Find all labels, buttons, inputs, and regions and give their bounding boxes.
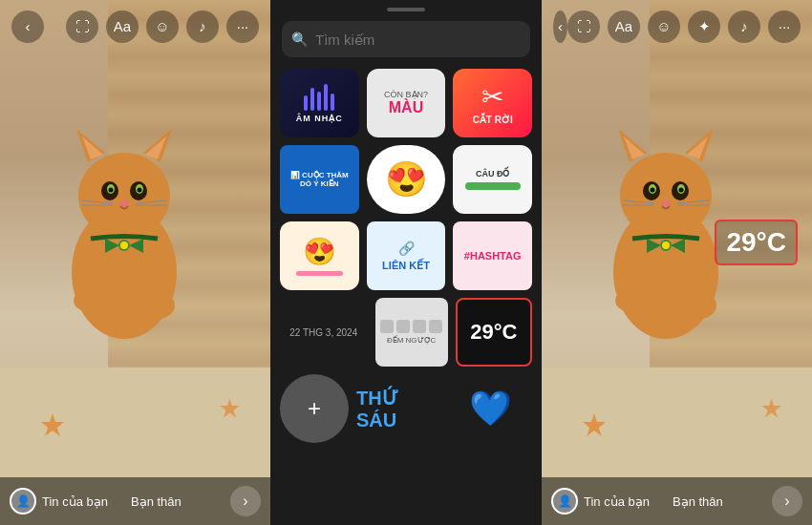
sticker-row-3: 😍 🔗 LIÊN KẾT #HASHTAG [280,221,532,290]
share-button-right[interactable]: › [772,486,802,516]
text-button-right[interactable]: Aa [608,10,640,43]
svg-point-36 [679,188,684,193]
heart-icon: 💙 [469,388,512,429]
svg-marker-49 [762,399,781,418]
svg-point-10 [109,188,114,193]
svg-point-47 [662,242,670,249]
back-button-right[interactable]: ‹ [553,10,567,43]
svg-point-45 [615,289,650,312]
search-icon: 🔍 [291,32,308,47]
left-bottom-bar: 👤 Tin của bạn Bạn thân › [0,477,270,525]
sticker-emoji[interactable]: 😍 [367,145,446,214]
avatar-right: 👤 [551,488,578,514]
svg-point-21 [140,292,175,319]
audience-label-left: Tin của bạn [42,494,108,509]
bar-5 [331,94,334,111]
sticker-button-left[interactable]: ☺ [146,10,179,43]
add-icon: + [308,395,321,422]
sticker-caudo[interactable]: CÂU ĐỐ [453,145,532,214]
search-input[interactable] [315,32,521,48]
more-button-right[interactable]: ··· [768,10,801,43]
music-button-right[interactable]: ♪ [728,10,760,43]
answer-bar [465,182,521,190]
demnguoc-label: ĐẾM NGƯỢC [387,336,436,345]
scissors-icon: ✂ [481,81,503,113]
music-button-left[interactable]: ♪ [186,10,219,43]
hashtag-label: #HASHTAG [464,250,522,262]
bar-4 [324,84,328,111]
sticker-row-5: + THỨ SÁU 💙 [280,374,532,443]
temperature-sticker[interactable]: 29°C [715,220,798,265]
sparkle-button-right[interactable]: ✦ [688,10,720,43]
date-text: 22 THG 3, 2024 [289,327,357,338]
sticker-row-2: 📊 CUỘC THĂM DÒ Ý KIẾN 😍 CÂU ĐỐ [280,145,532,214]
sticker-catroi[interactable]: ✂ CẮT RỜI [453,69,532,137]
block-3 [413,320,426,333]
block-4 [429,320,442,333]
link-icon: 🔗 [398,241,415,256]
block-1 [380,320,394,333]
block-2 [396,320,410,333]
svg-marker-23 [41,413,64,436]
more-button-left[interactable]: ··· [226,10,259,43]
bar-2 [310,88,314,111]
toolbar-center-left: ⛶ Aa ☺ ♪ ··· [66,10,259,43]
svg-point-35 [651,188,655,193]
drag-handle[interactable] [387,8,425,11]
back-button-left[interactable]: ‹ [11,10,44,43]
lienket-label: LIÊN KẾT [382,260,430,272]
svg-marker-48 [583,413,606,436]
sticker-conban[interactable]: CÒN BẠN? MÀU [367,69,446,137]
avatar-left: 👤 [10,488,36,514]
friend-label-right: Bạn thân [673,494,723,509]
bar-3 [317,92,321,111]
sticker-hashtag[interactable]: #HASHTAG [453,221,532,290]
music-bars [304,84,334,111]
svg-point-11 [138,188,142,193]
sticker-demnguoc[interactable]: ĐẾM NGƯỢC [375,298,448,367]
cat-illustration-left [0,52,270,477]
sticker-heart[interactable]: 💙 [448,374,532,443]
audience-label-right: Tin của bạn [584,494,650,509]
countdown-blocks [380,320,442,333]
right-toolbar: ‹ ⛶ Aa ☺ ✦ ♪ ··· [542,0,812,52]
sticker-music[interactable]: ÂM NHẠC [280,69,359,137]
svg-point-20 [74,289,108,312]
toolbar-center-right: ⛶ Aa ☺ ✦ ♪ ··· [567,10,801,43]
bar-1 [304,95,308,111]
sticker-row-1: ÂM NHẠC CÒN BẠN? MÀU ✂ CẮT RỜI [280,69,532,137]
sticker-row-4: 22 THG 3, 2024 ĐẾM NGƯỢC 29°C [280,298,532,367]
text-button-left[interactable]: Aa [106,10,139,43]
search-bar[interactable]: 🔍 [282,21,530,57]
svg-marker-24 [221,399,240,418]
svg-point-12 [119,200,129,207]
emoji-icon: 😍 [385,159,428,200]
right-phone-panel: 29°C ‹ ⛶ Aa ☺ ✦ ♪ ··· 👤 Tin của bạn Bạn … [542,0,812,525]
caudo-title: CÂU ĐỐ [476,169,510,178]
sticker-lienket[interactable]: 🔗 LIÊN KẾT [367,221,446,290]
conban-title: CÒN BẠN? [384,90,428,99]
conban-subtitle: MÀU [389,99,423,116]
sticker-khaosat[interactable]: 📊 CUỘC THĂM DÒ Ý KIẾN [280,145,359,214]
sticker-button-right[interactable]: ☺ [648,10,680,43]
expand-button-left[interactable]: ⛶ [66,10,98,43]
thusau-label: THỨ SÁU [356,387,440,431]
share-button-left[interactable]: › [230,486,261,516]
left-toolbar: ‹ ⛶ Aa ☺ ♪ ··· [0,0,270,52]
svg-point-46 [682,292,716,319]
right-bottom-bar: 👤 Tin của bạn Bạn thân › [542,477,812,525]
sticker-temperature[interactable]: 29°C [456,298,532,367]
sticker-grid: ÂM NHẠC CÒN BẠN? MÀU ✂ CẮT RỜI 📊 CUỘC TH… [270,65,542,525]
svg-point-1 [78,153,170,239]
fun-bar [296,271,344,276]
fun-emoji: 😍 [303,236,336,267]
sticker-fun[interactable]: 😍 [280,221,359,290]
sticker-thusau[interactable]: THỨ SÁU [356,374,440,443]
left-phone-panel: ‹ ⛶ Aa ☺ ♪ ··· 👤 Tin của bạn Bạn thân › [0,0,270,525]
svg-point-26 [620,153,712,239]
sticker-date[interactable]: 22 THG 3, 2024 [280,298,368,367]
sticker-add[interactable]: + [280,374,349,443]
expand-button-right[interactable]: ⛶ [567,10,600,43]
friend-label-left: Bạn thân [131,494,182,509]
svg-point-22 [120,242,128,249]
